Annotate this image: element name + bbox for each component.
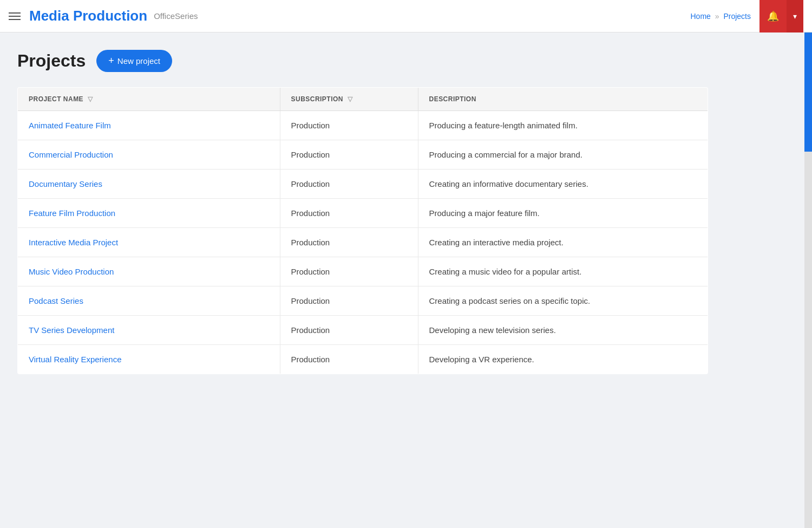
table-cell-subscription: Production <box>280 111 418 140</box>
page-heading: Projects + New project <box>17 50 708 72</box>
table-row: Commercial ProductionProductionProducing… <box>18 140 708 170</box>
table-cell-project-name: TV Series Development <box>18 316 280 345</box>
table-row: Music Video ProductionProductionCreating… <box>18 257 708 286</box>
table-cell-description: Creating a podcast series on a specific … <box>418 286 708 316</box>
projects-table: PROJECT NAME ▽ SUBSCRIPTION ▽ DESCRIPTIO… <box>17 87 708 374</box>
table-cell-project-name: Documentary Series <box>18 170 280 199</box>
app-header: Media Production OfficeSeries Home » Pro… <box>0 0 812 32</box>
table-cell-subscription: Production <box>280 345 418 374</box>
table-row: Documentary SeriesProductionCreating an … <box>18 170 708 199</box>
plus-icon: + <box>108 55 114 67</box>
bell-icon: 🔔 <box>767 10 779 22</box>
table-cell-project-name: Virtual Reality Experience <box>18 345 280 374</box>
table-cell-description: Producing a feature-length animated film… <box>418 111 708 140</box>
page-title: Projects <box>17 51 86 71</box>
col-label-description: DESCRIPTION <box>429 95 476 103</box>
table-cell-project-name: Animated Feature Film <box>18 111 280 140</box>
project-link[interactable]: Interactive Media Project <box>29 238 118 247</box>
table-cell-description: Producing a commercial for a major brand… <box>418 140 708 170</box>
table-cell-project-name: Podcast Series <box>18 286 280 316</box>
table-row: Interactive Media ProjectProductionCreat… <box>18 228 708 257</box>
table-header: PROJECT NAME ▽ SUBSCRIPTION ▽ DESCRIPTIO… <box>18 88 708 111</box>
table-body: Animated Feature FilmProductionProducing… <box>18 111 708 374</box>
scrollbar[interactable] <box>804 0 812 528</box>
table-cell-subscription: Production <box>280 286 418 316</box>
table-row: Virtual Reality ExperienceProductionDeve… <box>18 345 708 374</box>
app-title: Media Production <box>29 8 147 24</box>
chevron-down-icon: ▾ <box>793 12 797 21</box>
table-cell-description: Creating an informative documentary seri… <box>418 170 708 199</box>
table-cell-project-name: Interactive Media Project <box>18 228 280 257</box>
table-cell-subscription: Production <box>280 228 418 257</box>
table-row: Feature Film ProductionProductionProduci… <box>18 199 708 228</box>
table-cell-subscription: Production <box>280 257 418 286</box>
table-cell-subscription: Production <box>280 199 418 228</box>
table-cell-project-name: Commercial Production <box>18 140 280 170</box>
table-row: Animated Feature FilmProductionProducing… <box>18 111 708 140</box>
project-link[interactable]: Podcast Series <box>29 296 83 305</box>
project-link[interactable]: Commercial Production <box>29 150 113 159</box>
new-project-label: New project <box>117 56 160 66</box>
filter-icon-subscription[interactable]: ▽ <box>348 95 352 103</box>
project-link[interactable]: Documentary Series <box>29 179 102 188</box>
table-header-row: PROJECT NAME ▽ SUBSCRIPTION ▽ DESCRIPTIO… <box>18 88 708 111</box>
table-cell-description: Creating an interactive media project. <box>418 228 708 257</box>
app-subtitle: OfficeSeries <box>154 11 198 21</box>
table-cell-project-name: Feature Film Production <box>18 199 280 228</box>
header-dropdown-button[interactable]: ▾ <box>787 0 803 32</box>
table-cell-subscription: Production <box>280 170 418 199</box>
project-link[interactable]: Feature Film Production <box>29 208 115 218</box>
new-project-button[interactable]: + New project <box>96 50 172 72</box>
project-link[interactable]: Music Video Production <box>29 267 114 276</box>
breadcrumb-separator: » <box>715 12 719 21</box>
table-cell-description: Creating a music video for a popular art… <box>418 257 708 286</box>
notification-bell-button[interactable]: 🔔 <box>759 0 787 32</box>
table-cell-subscription: Production <box>280 140 418 170</box>
table-row: TV Series DevelopmentProductionDevelopin… <box>18 316 708 345</box>
table-row: Podcast SeriesProductionCreating a podca… <box>18 286 708 316</box>
col-header-project-name: PROJECT NAME ▽ <box>18 88 280 111</box>
project-link[interactable]: Animated Feature Film <box>29 121 111 130</box>
breadcrumb-home[interactable]: Home <box>690 12 710 21</box>
table-cell-project-name: Music Video Production <box>18 257 280 286</box>
col-header-subscription: SUBSCRIPTION ▽ <box>280 88 418 111</box>
breadcrumb-current[interactable]: Projects <box>723 12 751 21</box>
col-label-subscription: SUBSCRIPTION <box>291 95 343 103</box>
table-cell-description: Developing a new television series. <box>418 316 708 345</box>
table-cell-description: Producing a major feature film. <box>418 199 708 228</box>
table-cell-subscription: Production <box>280 316 418 345</box>
col-label-project-name: PROJECT NAME <box>29 95 83 103</box>
col-header-description: DESCRIPTION <box>418 88 708 111</box>
main-content: Projects + New project PROJECT NAME ▽ SU… <box>0 32 725 392</box>
breadcrumb: Home » Projects <box>690 12 751 21</box>
table-cell-description: Developing a VR experience. <box>418 345 708 374</box>
filter-icon-name[interactable]: ▽ <box>88 95 93 103</box>
menu-icon[interactable] <box>9 12 21 20</box>
project-link[interactable]: Virtual Reality Experience <box>29 355 121 364</box>
header-actions: 🔔 ▾ <box>759 0 803 32</box>
project-link[interactable]: TV Series Development <box>29 325 114 335</box>
